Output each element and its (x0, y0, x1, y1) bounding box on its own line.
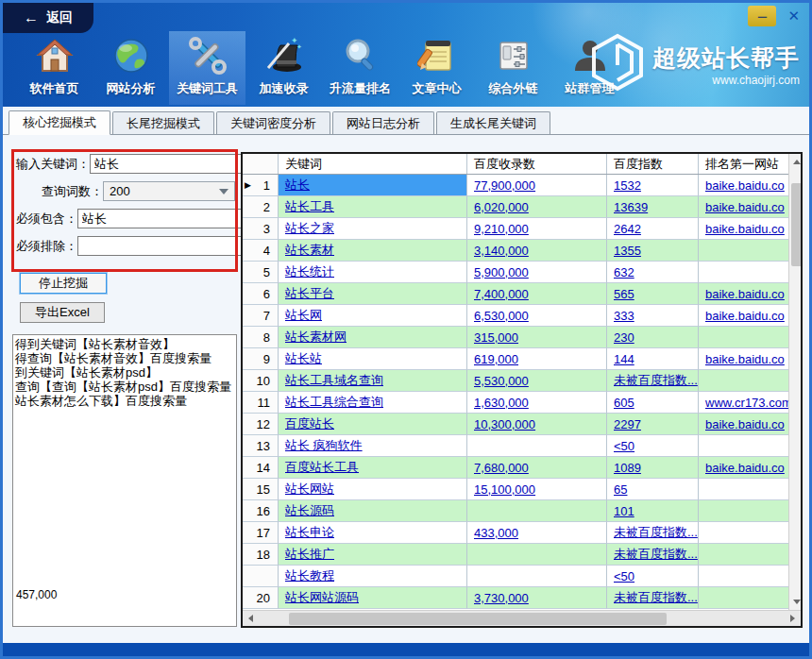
scroll-left-button[interactable] (243, 611, 259, 627)
records-link[interactable]: 77,900,000 (474, 178, 535, 193)
keyword-link[interactable]: 站长素材 (285, 242, 334, 259)
records-link[interactable]: 433,000 (474, 526, 518, 540)
tab-3[interactable]: 关键词密度分析 (216, 111, 330, 134)
table-row[interactable]: 7站长网6,530,000333baike.baidu.co (243, 305, 788, 327)
index-link[interactable]: 13639 (614, 200, 648, 214)
index-link[interactable]: 565 (614, 287, 634, 301)
minimize-button[interactable]: ─ (748, 6, 776, 26)
records-link[interactable]: 3,140,000 (474, 244, 529, 258)
keyword-link[interactable]: 百度站长 (285, 415, 334, 432)
index-link[interactable]: 230 (614, 330, 634, 345)
records-link[interactable]: 1,630,000 (474, 396, 529, 410)
index-link[interactable]: 未被百度指数... (614, 372, 698, 389)
toolbar-item-1[interactable]: 软件首页 (16, 31, 93, 105)
keyword-link[interactable]: 站长网站 (285, 481, 334, 498)
keyword-link[interactable]: 站长 (285, 177, 310, 194)
index-link[interactable]: 144 (614, 352, 634, 366)
site-link[interactable]: baike.baidu.co (705, 417, 785, 431)
vertical-scrollbar[interactable] (788, 154, 801, 610)
header-baidu-records[interactable]: 百度收录数 (467, 154, 607, 174)
records-link[interactable]: 7,400,000 (474, 287, 529, 301)
table-row[interactable]: 18站长推广未被百度指数... (243, 544, 788, 566)
horizontal-scrollbar[interactable] (243, 610, 801, 626)
table-row[interactable]: 6站长平台7,400,000565baike.baidu.co (243, 283, 788, 305)
records-link[interactable]: 315,000 (474, 330, 518, 345)
site-link[interactable]: www.cr173.com (705, 396, 788, 410)
table-row[interactable]: ▶1站长77,900,0001532baike.baidu.co (243, 175, 788, 196)
table-row[interactable]: 9站长站619,000144baike.baidu.co (243, 348, 788, 370)
keyword-input[interactable] (90, 154, 265, 174)
scroll-right-button[interactable] (785, 611, 801, 627)
keyword-link[interactable]: 百度站长工具 (285, 459, 359, 476)
keyword-link[interactable]: 站长源码 (285, 502, 334, 519)
records-link[interactable]: 3,730,000 (474, 591, 529, 605)
site-link[interactable]: baike.baidu.co (705, 287, 785, 301)
table-row[interactable]: 11站长工具综合查询1,630,000605www.cr173.com (243, 392, 788, 414)
table-row[interactable]: 5站长统计5,900,000632 (243, 262, 788, 283)
table-row[interactable]: 2站长工具6,020,00013639baike.baidu.co (243, 196, 788, 218)
index-link[interactable]: <50 (614, 569, 634, 583)
site-link[interactable]: baike.baidu.co (705, 461, 785, 475)
scroll-down-button[interactable] (789, 594, 802, 610)
header-baidu-index[interactable]: 百度指数 (607, 154, 699, 174)
toolbar-item-7[interactable]: 综合外链 (475, 31, 551, 105)
index-link[interactable]: 1532 (614, 178, 641, 193)
keyword-link[interactable]: 站长网站源码 (285, 589, 359, 606)
keyword-link[interactable]: 站长素材网 (285, 329, 347, 346)
header-top-site[interactable]: 排名第一网站 (699, 154, 788, 174)
back-button[interactable]: ← 返回 (3, 3, 93, 33)
close-button[interactable]: ✕ (786, 8, 802, 25)
table-row[interactable]: 3站长之家9,210,0002642baike.baidu.co (243, 218, 788, 240)
scroll-up-button[interactable] (789, 154, 802, 170)
index-link[interactable]: 605 (614, 396, 634, 410)
tab-2[interactable]: 长尾挖掘模式 (112, 111, 214, 134)
index-link[interactable]: 65 (614, 482, 627, 497)
export-excel-button[interactable]: 导出Excel (20, 302, 105, 323)
keyword-link[interactable]: 站长站 (285, 350, 322, 367)
horizontal-scroll-thumb[interactable] (289, 613, 667, 625)
table-row[interactable]: 10站长工具域名查询5,530,000未被百度指数... (243, 370, 788, 392)
index-link[interactable]: 未被百度指数... (614, 589, 698, 606)
keyword-link[interactable]: 站长之家 (285, 220, 334, 237)
keyword-link[interactable]: 站长工具 (285, 198, 334, 215)
records-link[interactable]: 9,210,000 (474, 222, 529, 236)
index-link[interactable]: 未被百度指数... (614, 524, 698, 541)
toolbar-item-3[interactable]: 关键词工具 (169, 31, 245, 105)
table-row[interactable]: 4站长素材3,140,0001355 (243, 240, 788, 262)
tab-5[interactable]: 生成长尾关键词 (436, 111, 550, 134)
records-link[interactable]: 6,530,000 (474, 309, 529, 323)
records-link[interactable]: 10,300,000 (474, 417, 535, 431)
keyword-link[interactable]: 站长平台 (285, 285, 334, 302)
stop-mining-button[interactable]: 停止挖掘 (20, 273, 107, 294)
must-exclude-input[interactable] (77, 236, 253, 256)
records-link[interactable]: 619,000 (474, 352, 518, 366)
index-link[interactable]: 未被百度指数... (614, 546, 698, 563)
tab-1[interactable]: 核心挖掘模式 (8, 110, 110, 135)
toolbar-item-2[interactable]: 网站分析 (93, 31, 169, 105)
index-link[interactable]: 1355 (614, 244, 641, 258)
query-count-select[interactable]: 200 (103, 181, 235, 201)
index-link[interactable]: 2297 (614, 417, 641, 431)
toolbar-item-4[interactable]: ✦✦加速收录 (245, 31, 322, 105)
records-link[interactable]: 6,020,000 (474, 200, 529, 214)
keyword-link[interactable]: 站长申论 (285, 524, 334, 541)
site-link[interactable]: baike.baidu.co (705, 200, 785, 214)
mining-log[interactable]: 得到关键词【站长素材音效】得查询【站长素材音效】百度搜索量到关键词【站长素材ps… (12, 334, 237, 627)
vertical-scroll-thumb[interactable] (791, 183, 802, 266)
index-link[interactable]: 333 (614, 309, 634, 323)
table-row[interactable]: 13站长 疯狗软件<50 (243, 435, 788, 457)
table-row[interactable]: 8站长素材网315,000230 (243, 327, 788, 348)
keyword-link[interactable]: 站长教程 (285, 567, 334, 584)
table-row[interactable]: 12百度站长10,300,0002297baike.baidu.co (243, 414, 788, 435)
site-link[interactable]: baike.baidu.co (705, 309, 785, 323)
records-link[interactable]: 5,530,000 (474, 374, 529, 388)
keyword-link[interactable]: 站长推广 (285, 546, 334, 563)
keyword-link[interactable]: 站长统计 (285, 263, 334, 280)
index-link[interactable]: <50 (614, 439, 634, 453)
table-row[interactable]: 20站长网站源码3,730,000未被百度指数... (243, 587, 788, 609)
site-link[interactable]: baike.baidu.co (705, 178, 785, 193)
table-row[interactable]: 17站长申论433,000未被百度指数... (243, 522, 788, 544)
records-link[interactable]: 15,100,000 (474, 482, 535, 497)
tab-4[interactable]: 网站日志分析 (332, 111, 434, 134)
site-link[interactable]: baike.baidu.co (705, 222, 785, 236)
